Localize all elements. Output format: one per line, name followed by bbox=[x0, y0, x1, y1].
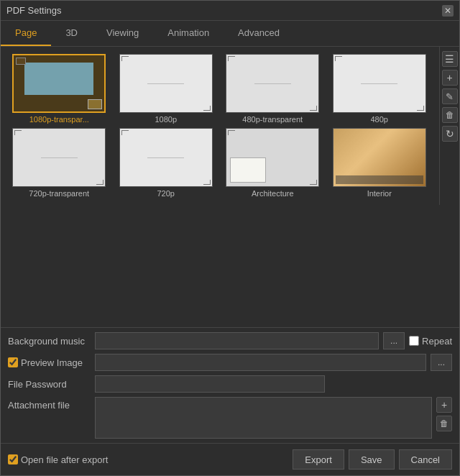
footer-buttons: Export Save Cancel bbox=[293, 449, 452, 470]
tab-3d[interactable]: 3D bbox=[51, 21, 92, 46]
thumbnail-label: 480p bbox=[371, 115, 388, 124]
thumbnail-grid: 1080p-transpar... 1080p bbox=[8, 54, 436, 198]
preview-image-checkbox-label: Preview Image bbox=[8, 357, 91, 368]
thumbnail-item[interactable]: Architecture bbox=[221, 128, 324, 198]
thumbnail-image[interactable] bbox=[12, 54, 106, 113]
tab-advanced[interactable]: Advanced bbox=[224, 21, 294, 46]
preview-image-row: Preview Image ... bbox=[8, 354, 452, 371]
thumbnail-sidebar: ☰ + ✎ 🗑 ↻ bbox=[439, 47, 459, 205]
open-file-checkbox[interactable] bbox=[8, 454, 18, 464]
attachment-file-label: Attachment file bbox=[8, 397, 91, 411]
list-icon-btn[interactable]: ☰ bbox=[442, 51, 458, 67]
thumbnail-label: 720p bbox=[157, 189, 175, 198]
thumbnail-image[interactable] bbox=[226, 54, 319, 113]
background-music-label: Background music bbox=[8, 336, 91, 347]
attachment-add-button[interactable]: + bbox=[436, 397, 452, 413]
thumbnail-image[interactable] bbox=[333, 128, 426, 187]
attachment-delete-icon: 🗑 bbox=[440, 418, 448, 429]
thumbnail-scroll[interactable]: 1080p-transpar... 1080p bbox=[1, 47, 439, 327]
tab-animation[interactable]: Animation bbox=[153, 21, 224, 46]
thumbnail-item[interactable]: 480p-transparent bbox=[221, 54, 324, 124]
repeat-checkbox[interactable] bbox=[409, 336, 419, 346]
tab-viewing[interactable]: Viewing bbox=[92, 21, 153, 46]
export-button[interactable]: Export bbox=[293, 449, 344, 470]
attachment-file-textarea[interactable] bbox=[95, 397, 432, 439]
form-section: Background music ... Repeat Preview Imag… bbox=[1, 327, 459, 443]
attachment-file-row: Attachment file + 🗑 bbox=[8, 397, 452, 439]
thumbnail-label: 1080p bbox=[155, 115, 177, 124]
thumbnail-item[interactable]: 1080p bbox=[115, 54, 218, 124]
delete-icon: 🗑 bbox=[446, 110, 454, 120]
thumbnail-label: 1080p-transpar... bbox=[29, 115, 89, 124]
repeat-checkbox-label: Repeat bbox=[409, 336, 452, 347]
pdf-settings-dialog: PDF Settings ✕ Page 3D Viewing Animation… bbox=[0, 0, 460, 476]
add-icon: + bbox=[446, 72, 452, 83]
file-password-label: File Password bbox=[8, 379, 91, 390]
thumbnail-section: 1080p-transpar... 1080p bbox=[1, 47, 459, 327]
thumbnail-item[interactable]: 1080p-transpar... bbox=[8, 54, 111, 124]
attachment-add-icon: + bbox=[441, 399, 447, 411]
file-password-row: File Password bbox=[8, 375, 452, 393]
tabs-bar: Page 3D Viewing Animation Advanced bbox=[1, 21, 459, 47]
save-button[interactable]: Save bbox=[349, 449, 395, 470]
footer-left: Open file after export bbox=[8, 454, 108, 465]
background-music-row: Background music ... Repeat bbox=[8, 332, 452, 349]
thumbnail-label: Architecture bbox=[252, 189, 294, 198]
refresh-icon: ↻ bbox=[446, 128, 454, 139]
thumbnail-image[interactable] bbox=[226, 128, 319, 187]
edit-icon-btn[interactable]: ✎ bbox=[442, 88, 458, 104]
refresh-icon-btn[interactable]: ↻ bbox=[442, 126, 458, 142]
thumbnail-image[interactable] bbox=[119, 128, 213, 187]
delete-icon-btn[interactable]: 🗑 bbox=[442, 107, 458, 123]
background-music-input[interactable] bbox=[95, 332, 379, 349]
thumbnail-label: 720p-transparent bbox=[29, 189, 89, 198]
title-bar: PDF Settings ✕ bbox=[1, 1, 459, 21]
preview-image-checkbox[interactable] bbox=[8, 357, 18, 367]
thumbnail-image[interactable] bbox=[119, 54, 213, 113]
attachment-buttons: + 🗑 bbox=[436, 397, 452, 431]
tab-page[interactable]: Page bbox=[1, 21, 51, 46]
attachment-delete-button[interactable]: 🗑 bbox=[436, 416, 452, 431]
thumbnail-item[interactable]: 480p bbox=[328, 54, 431, 124]
cancel-button[interactable]: Cancel bbox=[399, 449, 452, 470]
main-area: 1080p-transpar... 1080p bbox=[1, 47, 459, 475]
thumbnail-item[interactable]: 720p-transparent bbox=[8, 128, 111, 198]
open-file-checkbox-label: Open file after export bbox=[8, 454, 108, 465]
preview-image-input[interactable] bbox=[95, 354, 426, 371]
background-music-browse-button[interactable]: ... bbox=[383, 332, 405, 349]
preview-image-browse-button[interactable]: ... bbox=[431, 354, 452, 371]
thumbnail-item[interactable]: Interior bbox=[328, 128, 431, 198]
dialog-title: PDF Settings bbox=[6, 5, 62, 16]
list-icon: ☰ bbox=[445, 53, 454, 65]
thumbnail-label: Interior bbox=[367, 189, 392, 198]
edit-icon: ✎ bbox=[446, 91, 454, 102]
file-password-input[interactable] bbox=[95, 375, 325, 393]
add-icon-btn[interactable]: + bbox=[442, 70, 458, 86]
content-area: 1080p-transpar... 1080p bbox=[1, 47, 459, 475]
thumbnail-label: 480p-transparent bbox=[242, 115, 303, 124]
close-button[interactable]: ✕ bbox=[442, 5, 454, 17]
thumbnail-image[interactable] bbox=[333, 54, 426, 113]
footer: Open file after export Export Save Cance… bbox=[1, 443, 459, 475]
thumbnail-item[interactable]: 720p bbox=[115, 128, 218, 198]
thumbnail-image[interactable] bbox=[12, 128, 106, 187]
